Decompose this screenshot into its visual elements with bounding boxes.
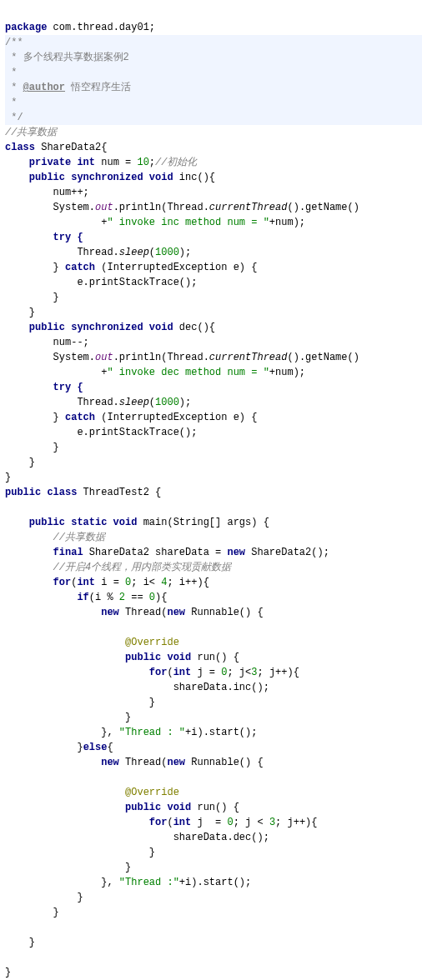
kw-package: package [5,22,47,33]
kw-class: class [5,142,35,153]
pkg-name: com.thread.day01; [47,22,155,33]
javadoc: /** * 多个线程共享数据案例2 * * @author 悟空程序生活 * *… [5,35,422,125]
code-block: package com.thread.day01; /** * 多个线程共享数据… [5,5,422,980]
cmt-share: //共享数据 [5,127,57,138]
